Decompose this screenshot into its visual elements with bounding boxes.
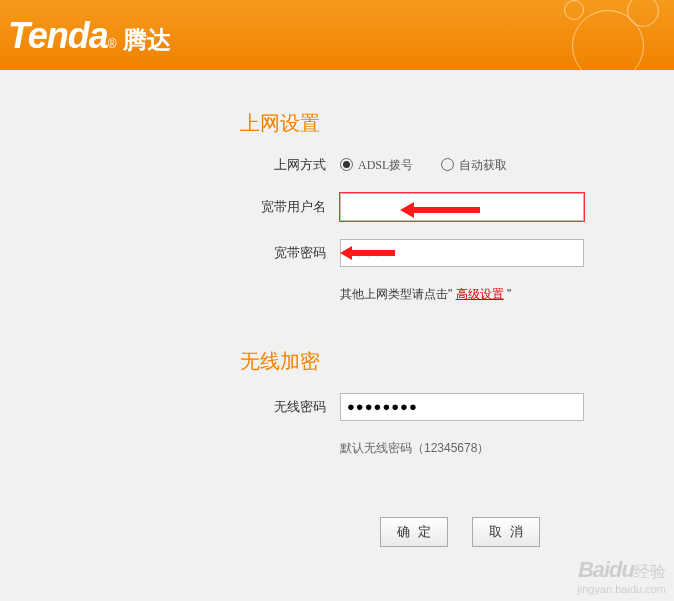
wifi-hint: 默认无线密码（12345678） bbox=[340, 439, 674, 457]
section-title-wireless: 无线加密 bbox=[240, 348, 674, 375]
label-conn-type: 上网方式 bbox=[240, 155, 340, 175]
radio-dot-icon bbox=[441, 158, 454, 171]
advanced-note: 其他上网类型请点击" 高级设置 " bbox=[340, 285, 674, 303]
radio-adsl-label: ADSL拨号 bbox=[358, 156, 413, 174]
password-input[interactable] bbox=[340, 239, 584, 267]
header-bar: Tenda ® 腾达 bbox=[0, 0, 674, 70]
decor-bubbles bbox=[544, 0, 674, 70]
radio-dhcp[interactable]: 自动获取 bbox=[441, 156, 507, 174]
row-conn-type: 上网方式 ADSL拨号 自动获取 bbox=[240, 155, 674, 175]
section-title-internet: 上网设置 bbox=[240, 110, 674, 137]
advanced-link[interactable]: 高级设置 bbox=[456, 287, 504, 301]
trademark-icon: ® bbox=[108, 37, 117, 51]
row-username: 宽带用户名 bbox=[240, 193, 674, 221]
note-prefix: 其他上网类型请点击" bbox=[340, 287, 452, 301]
label-username: 宽带用户名 bbox=[240, 197, 340, 217]
button-bar: 确定 取消 bbox=[380, 517, 674, 547]
row-wifi-password: 无线密码 bbox=[240, 393, 674, 421]
label-wifi-password: 无线密码 bbox=[240, 397, 340, 417]
watermark: Baidu经验 jingyan.baidu.com bbox=[577, 557, 666, 595]
wifi-password-input[interactable] bbox=[340, 393, 584, 421]
radio-dot-icon bbox=[340, 158, 353, 171]
username-input[interactable] bbox=[340, 193, 584, 221]
radio-adsl[interactable]: ADSL拨号 bbox=[340, 156, 413, 174]
label-password: 宽带密码 bbox=[240, 243, 340, 263]
note-suffix: " bbox=[507, 287, 511, 301]
cancel-button[interactable]: 取消 bbox=[472, 517, 540, 547]
ok-button[interactable]: 确定 bbox=[380, 517, 448, 547]
radio-dhcp-label: 自动获取 bbox=[459, 156, 507, 174]
logo-en: Tenda bbox=[8, 15, 108, 57]
logo-cn: 腾达 bbox=[123, 24, 171, 56]
row-password: 宽带密码 bbox=[240, 239, 674, 267]
